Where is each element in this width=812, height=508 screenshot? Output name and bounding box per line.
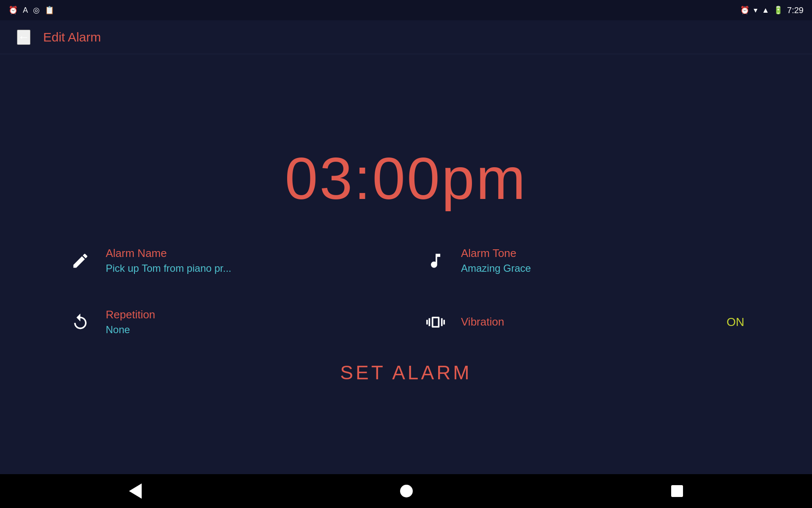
page-title: Edit Alarm (43, 30, 101, 44)
main-content: 03:00pm Alarm Name Pick up Tom from pian… (0, 54, 812, 474)
circle-status-icon: ◎ (33, 6, 40, 15)
status-bar: ⏰ A ◎ 📋 ⏰ ▾ ▲ 🔋 7:29 (0, 0, 812, 20)
vibration-row[interactable]: Vibration ON (423, 300, 744, 344)
edit-icon (68, 248, 93, 273)
vibration-value: ON (710, 315, 744, 329)
set-alarm-button[interactable]: SET ALARM (340, 361, 472, 384)
nav-recents-icon (671, 485, 683, 497)
alarm-status-icon: ⏰ (8, 6, 18, 15)
accessibility-status-icon: A (23, 6, 28, 15)
vibration-label-group: Vibration (461, 315, 710, 329)
nav-bar (0, 474, 812, 508)
wifi-icon: ▾ (754, 6, 757, 15)
back-button[interactable]: ← (17, 30, 30, 45)
battery-icon: 🔋 (774, 6, 783, 15)
top-bar: ← Edit Alarm (0, 20, 812, 54)
nav-back-icon (129, 483, 142, 499)
repeat-icon (68, 309, 93, 335)
status-left-icons: ⏰ A ◎ 📋 (8, 6, 54, 15)
clipboard-status-icon: 📋 (45, 6, 54, 15)
repetition-text: Repetition None (106, 308, 155, 336)
signal-icon: ▲ (762, 6, 769, 15)
nav-back-button[interactable] (129, 483, 142, 499)
nav-home-icon (400, 485, 413, 497)
vibration-content: Vibration ON (461, 315, 744, 329)
nav-home-button[interactable] (400, 485, 413, 497)
status-right-icons: ⏰ ▾ ▲ 🔋 7:29 (740, 6, 804, 15)
alarm-time-display[interactable]: 03:00pm (285, 144, 527, 213)
alarm-name-row[interactable]: Alarm Name Pick up Tom from piano pr... (68, 238, 389, 283)
repetition-row[interactable]: Repetition None (68, 300, 389, 344)
alarm-tone-value: Amazing Grace (461, 262, 531, 274)
settings-grid: Alarm Name Pick up Tom from piano pr... … (68, 238, 744, 344)
alarm-name-label: Alarm Name (106, 247, 231, 260)
nav-recents-button[interactable] (671, 485, 683, 497)
alarm-right-icon: ⏰ (740, 6, 749, 15)
alarm-tone-text: Alarm Tone Amazing Grace (461, 247, 531, 274)
vibration-icon (423, 309, 448, 335)
alarm-tone-row[interactable]: Alarm Tone Amazing Grace (423, 238, 744, 283)
music-note-icon (423, 248, 448, 273)
alarm-name-text: Alarm Name Pick up Tom from piano pr... (106, 247, 231, 274)
set-alarm-container: SET ALARM (34, 361, 778, 384)
status-time: 7:29 (787, 6, 804, 15)
alarm-tone-label: Alarm Tone (461, 247, 531, 260)
repetition-value: None (106, 324, 155, 336)
alarm-name-value: Pick up Tom from piano pr... (106, 262, 231, 274)
vibration-label: Vibration (461, 315, 710, 329)
repetition-label: Repetition (106, 308, 155, 321)
